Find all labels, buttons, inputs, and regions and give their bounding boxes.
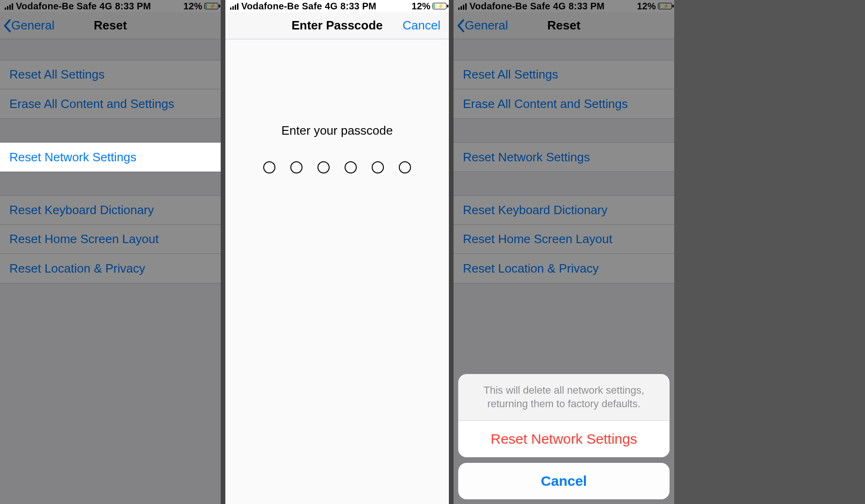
battery-percent: 12% [637,1,656,12]
chevron-left-icon [456,19,465,33]
carrier-label: Vodafone-Be Safe [16,1,97,12]
passcode-dot [345,161,357,173]
reset-home-screen[interactable]: Reset Home Screen Layout [454,225,674,254]
network-label: 4G [325,1,338,12]
charging-icon: ⚡ [663,3,670,9]
reset-location-privacy[interactable]: Reset Location & Privacy [454,254,674,283]
nav-bar: Enter Passcode Cancel [225,12,449,39]
carrier-label: Vodafone-Be Safe [469,1,550,12]
status-bar: Vodafone-Be Safe 4G 8:33 PM 12% ⚡ [454,0,674,12]
carrier-label: Vodafone-Be Safe [241,1,322,12]
back-label: General [11,18,55,33]
time-label: 8:33 PM [340,1,376,12]
sheet-message: This will delete all network settings, r… [458,374,670,421]
status-bar: Vodafone-Be Safe 4G 8:33 PM 12% ⚡ [225,0,449,12]
confirm-reset-network-button[interactable]: Reset Network Settings [458,421,670,457]
time-label: 8:33 PM [569,1,605,12]
back-button[interactable]: General [454,18,508,33]
signal-icon [230,2,238,10]
network-label: 4G [100,1,112,12]
cancel-button[interactable]: Cancel [403,18,449,33]
back-button[interactable]: General [0,18,55,33]
time-label: 8:33 PM [115,1,151,12]
erase-all-content[interactable]: Erase All Content and Settings [454,89,674,118]
nav-bar: General Reset [454,12,674,39]
chevron-left-icon [3,19,11,33]
battery-percent: 12% [183,1,202,12]
charging-icon: ⚡ [437,3,444,9]
action-sheet: This will delete all network settings, r… [458,374,670,499]
reset-network-settings[interactable]: Reset Network Settings [454,143,674,172]
passcode-dot [372,161,384,173]
passcode-dot [290,161,303,173]
sheet-cancel-button[interactable]: Cancel [458,463,670,499]
reset-home-screen[interactable]: Reset Home Screen Layout [0,225,221,254]
reset-network-settings[interactable]: Reset Network Settings [0,143,221,172]
passcode-dot [317,161,330,173]
battery-percent: 12% [411,1,431,12]
back-label: General [465,18,508,33]
passcode-entry: Enter your passcode [225,39,449,504]
passcode-dot [263,161,275,173]
status-bar: Vodafone-Be Safe 4G 8:33 PM 12% ⚡ [0,0,221,12]
reset-keyboard-dictionary[interactable]: Reset Keyboard Dictionary [454,196,674,225]
charging-icon: ⚡ [209,3,216,9]
network-label: 4G [553,1,566,12]
passcode-dot [399,161,411,173]
passcode-dots[interactable] [225,161,449,173]
signal-icon [5,2,13,10]
signal-icon [458,2,467,10]
reset-keyboard-dictionary[interactable]: Reset Keyboard Dictionary [0,196,221,225]
reset-location-privacy[interactable]: Reset Location & Privacy [0,254,221,283]
passcode-prompt: Enter your passcode [225,123,449,138]
reset-all-settings[interactable]: Reset All Settings [0,60,221,89]
reset-all-settings[interactable]: Reset All Settings [454,60,674,89]
erase-all-content[interactable]: Erase All Content and Settings [0,89,221,118]
nav-bar: General Reset [0,12,221,39]
